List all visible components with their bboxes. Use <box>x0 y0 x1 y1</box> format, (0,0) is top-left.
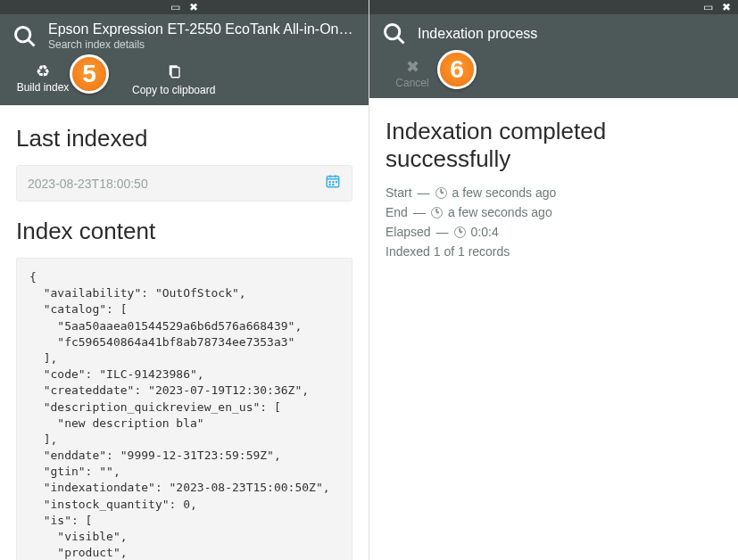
cancel-label: Cancel <box>395 77 428 89</box>
search-icon <box>12 24 37 49</box>
start-value: a few seconds ago <box>452 185 557 200</box>
clock-icon <box>431 207 443 218</box>
start-line: Start — a few seconds ago <box>386 185 722 200</box>
clock-icon <box>454 226 466 238</box>
elapsed-line: Elapsed — 0:0:4 <box>386 225 722 239</box>
indexed-count-line: Indexed 1 of 1 records <box>386 244 722 259</box>
copy-icon <box>166 63 182 82</box>
svg-point-13 <box>386 25 400 39</box>
last-indexed-heading: Last indexed <box>16 125 352 152</box>
left-toolbar: ♻ Build index Copy to clipboard 5 <box>0 58 369 105</box>
expand-icon[interactable]: ▭ <box>703 1 713 13</box>
right-toolbar: ✖ Cancel 6 <box>369 54 738 98</box>
right-panel-window-controls: ▭ ✖ <box>369 0 738 14</box>
left-panel-header: Epson Expression ET-2550 EcoTank All-in-… <box>0 14 369 58</box>
indexation-result-heading: Indexation completed successfully <box>386 118 722 173</box>
close-icon[interactable]: ✖ <box>722 1 731 13</box>
svg-rect-10 <box>336 181 337 183</box>
build-index-button[interactable]: ♻ Build index <box>12 63 73 96</box>
close-icon: ✖ <box>406 59 419 75</box>
panel-title: Indexation process <box>418 26 726 42</box>
svg-rect-11 <box>329 184 331 185</box>
copy-clipboard-label: Copy to clipboard <box>132 84 215 96</box>
close-icon[interactable]: ✖ <box>189 1 198 13</box>
index-content-heading: Index content <box>16 218 352 245</box>
svg-rect-12 <box>332 184 334 185</box>
svg-line-1 <box>29 39 35 45</box>
clock-icon <box>435 187 447 199</box>
build-index-label: Build index <box>17 81 70 94</box>
recycle-icon: ♻ <box>36 63 50 79</box>
search-icon <box>382 21 407 46</box>
right-panel-header: Indexation process <box>369 14 738 54</box>
left-panel-window-controls: ▭ ✖ <box>0 0 369 14</box>
copy-to-clipboard-button[interactable]: Copy to clipboard <box>132 63 215 96</box>
end-value: a few seconds ago <box>448 205 552 219</box>
panel-title: Epson Expression ET-2550 EcoTank All-in-… <box>48 21 356 37</box>
last-indexed-field[interactable]: 2023-08-23T18:00:50 <box>16 165 352 202</box>
last-indexed-value: 2023-08-23T18:00:50 <box>28 177 325 191</box>
svg-rect-8 <box>329 181 331 183</box>
cancel-button: ✖ Cancel <box>382 59 443 89</box>
step-badge-5: 5 <box>70 54 109 94</box>
calendar-icon[interactable] <box>325 173 341 194</box>
svg-line-14 <box>398 37 404 44</box>
step-badge-6: 6 <box>437 50 477 89</box>
elapsed-value: 0:0:4 <box>471 225 499 239</box>
index-content-json: { "availability": "OutOfStock", "catalog… <box>16 258 352 560</box>
panel-subtitle: Search index details <box>48 38 356 51</box>
expand-icon[interactable]: ▭ <box>170 1 180 13</box>
svg-point-0 <box>16 27 30 41</box>
svg-rect-3 <box>171 68 179 78</box>
svg-rect-9 <box>332 181 334 183</box>
end-line: End — a few seconds ago <box>386 205 722 219</box>
